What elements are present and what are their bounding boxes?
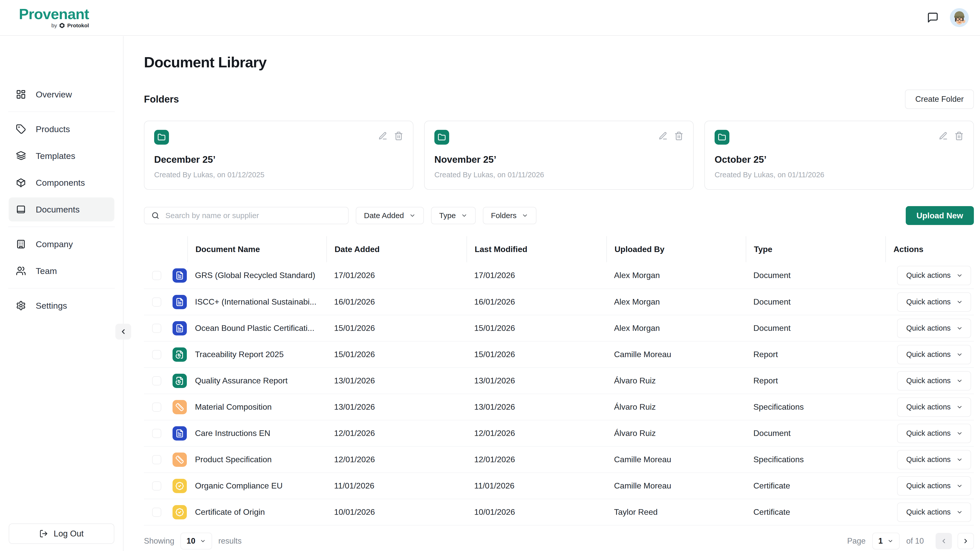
quick-actions-button[interactable]: Quick actions — [897, 503, 971, 522]
filter-bar: Date Added Type Folders Upload New — [144, 206, 974, 225]
date-added: 13/01/2026 — [326, 376, 466, 386]
chevron-down-icon — [409, 212, 416, 219]
quick-actions-button[interactable]: Quick actions — [897, 319, 971, 338]
folder-card[interactable]: November 25’ Created By Lukas, on 01/11/… — [424, 121, 694, 190]
sidebar-item-settings[interactable]: Settings — [9, 294, 115, 318]
folders-heading: Folders — [144, 94, 179, 105]
filter-folders[interactable]: Folders — [483, 207, 536, 224]
specifications-file-icon — [175, 455, 184, 464]
table-row: Material Composition 13/01/2026 13/01/20… — [144, 394, 974, 420]
create-folder-button[interactable]: Create Folder — [905, 89, 974, 109]
quick-actions-button[interactable]: Quick actions — [897, 345, 971, 364]
user-avatar[interactable] — [950, 8, 969, 27]
sidebar: Overview Products Templates Components D… — [0, 36, 124, 551]
chevron-down-icon — [956, 378, 963, 384]
sidebar-item-components[interactable]: Components — [9, 171, 115, 195]
chevron-down-icon — [956, 351, 963, 358]
next-page-button[interactable] — [958, 533, 974, 549]
quick-actions-button[interactable]: Quick actions — [897, 476, 971, 495]
edit-folder-icon[interactable] — [378, 131, 387, 141]
folder-name: December 25’ — [154, 154, 403, 165]
delete-folder-icon[interactable] — [674, 131, 683, 141]
row-checkbox[interactable] — [152, 376, 161, 386]
folder-card[interactable]: October 25’ Created By Lukas, on 01/11/2… — [704, 121, 974, 190]
column-document-name: Document Name — [187, 236, 326, 262]
upload-new-button[interactable]: Upload New — [906, 206, 974, 225]
row-checkbox[interactable] — [152, 508, 161, 517]
document-type: Specifications — [746, 402, 885, 412]
quick-actions-button[interactable]: Quick actions — [897, 424, 971, 443]
logout-icon — [39, 529, 48, 538]
brand-name: Provenant — [19, 6, 89, 21]
quick-actions-button[interactable]: Quick actions — [897, 292, 971, 312]
results-label: results — [218, 537, 242, 546]
filter-type[interactable]: Type — [431, 207, 476, 224]
report-file-icon — [175, 376, 184, 385]
sidebar-item-products[interactable]: Products — [9, 117, 115, 141]
row-checkbox[interactable] — [152, 297, 161, 306]
document-file-icon — [175, 324, 184, 333]
folder-icon — [718, 133, 726, 141]
last-modified: 13/01/2026 — [466, 376, 606, 386]
document-type: Specifications — [746, 455, 885, 464]
quick-actions-button[interactable]: Quick actions — [897, 450, 971, 469]
sidebar-item-documents[interactable]: Documents — [9, 197, 115, 221]
search-input[interactable] — [165, 211, 342, 220]
edit-folder-icon[interactable] — [939, 131, 948, 141]
uploaded-by: Alex Morgan — [606, 271, 746, 280]
folder-cards: December 25’ Created By Lukas, on 01/12/… — [144, 121, 974, 190]
column-date-added: Date Added — [326, 236, 466, 262]
row-checkbox[interactable] — [152, 481, 161, 491]
document-name: Product Specification — [187, 455, 326, 464]
uploaded-by: Alex Morgan — [606, 297, 746, 306]
document-name: GRS (Global Recycled Standard) — [187, 271, 326, 280]
search-box — [144, 207, 348, 224]
chevron-down-icon — [956, 299, 963, 305]
last-modified: 10/01/2026 — [466, 507, 606, 517]
logout-button[interactable]: Log Out — [9, 524, 115, 544]
delete-folder-icon[interactable] — [394, 131, 403, 141]
sidebar-item-templates[interactable]: Templates — [9, 144, 115, 168]
document-name: Material Composition — [187, 402, 326, 412]
page-select[interactable]: 1 — [872, 533, 900, 549]
document-type: Document — [746, 429, 885, 438]
book-icon — [16, 204, 26, 214]
gear-icon — [16, 300, 26, 311]
page-label: Page — [847, 537, 865, 546]
uploaded-by: Álvaro Ruiz — [606, 376, 746, 386]
row-checkbox[interactable] — [152, 429, 161, 438]
sidebar-divider — [8, 288, 115, 289]
app-header: Provenant by Protokol — [0, 0, 980, 36]
sidebar-item-overview[interactable]: Overview — [9, 83, 115, 106]
chevron-down-icon — [956, 509, 963, 516]
quick-actions-button[interactable]: Quick actions — [897, 371, 971, 391]
row-checkbox[interactable] — [152, 403, 161, 412]
quick-actions-button[interactable]: Quick actions — [897, 266, 971, 285]
sidebar-item-team[interactable]: Team — [9, 259, 115, 283]
chevron-down-icon — [956, 430, 963, 437]
delete-folder-icon[interactable] — [955, 131, 964, 141]
document-type: Document — [746, 271, 885, 280]
quick-actions-button[interactable]: Quick actions — [897, 397, 971, 417]
chat-bubble-icon[interactable] — [927, 12, 939, 24]
sidebar-item-company[interactable]: Company — [9, 232, 115, 256]
row-checkbox[interactable] — [152, 455, 161, 464]
document-name: Organic Compliance EU — [187, 481, 326, 491]
folder-card[interactable]: December 25’ Created By Lukas, on 01/12/… — [144, 121, 414, 190]
previous-page-button[interactable] — [935, 533, 952, 549]
date-added: 13/01/2026 — [326, 402, 466, 412]
table-row: Product Specification 12/01/2026 12/01/2… — [144, 446, 974, 472]
edit-folder-icon[interactable] — [659, 131, 668, 141]
folder-icon — [438, 133, 446, 141]
row-checkbox[interactable] — [152, 271, 161, 280]
row-checkbox[interactable] — [152, 350, 161, 359]
page-size-select[interactable]: 10 — [180, 533, 212, 549]
users-icon — [16, 266, 26, 276]
document-name: Ocean Bound Plastic Certificati... — [187, 324, 326, 333]
folder-meta: Created By Lukas, on 01/12/2025 — [154, 171, 403, 179]
row-checkbox[interactable] — [152, 324, 161, 333]
filter-date-added[interactable]: Date Added — [356, 207, 424, 224]
document-name: ISCC+ (International Sustainabi... — [187, 297, 326, 306]
table-row: Quality Assurance Report 13/01/2026 13/0… — [144, 367, 974, 394]
column-actions: Actions — [885, 236, 974, 262]
